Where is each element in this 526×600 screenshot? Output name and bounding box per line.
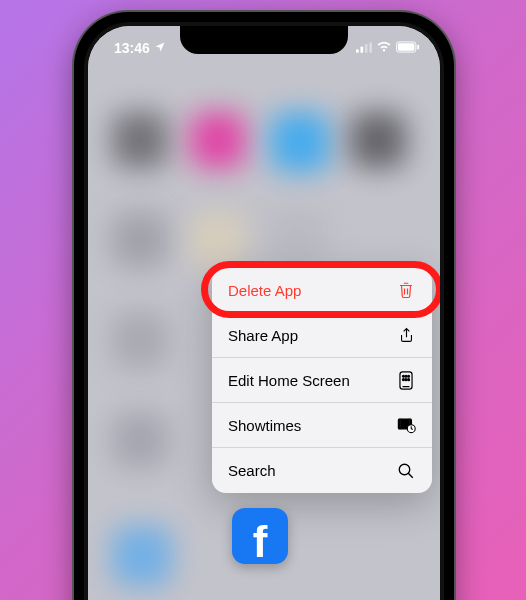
svg-rect-0 bbox=[356, 49, 359, 53]
menu-item-label: Share App bbox=[228, 327, 298, 344]
svg-rect-2 bbox=[365, 44, 368, 53]
svg-rect-16 bbox=[399, 418, 401, 429]
svg-line-20 bbox=[408, 473, 413, 478]
svg-point-8 bbox=[402, 375, 404, 377]
context-menu: Delete App Share App Edit Home Screen bbox=[212, 268, 432, 493]
trash-icon bbox=[396, 280, 416, 300]
svg-point-19 bbox=[399, 464, 410, 475]
svg-point-9 bbox=[405, 375, 407, 377]
status-left: 13:46 bbox=[114, 40, 166, 56]
signal-icon bbox=[356, 40, 372, 56]
search-icon bbox=[396, 461, 416, 481]
blurred-app-icon bbox=[112, 312, 168, 368]
notch bbox=[180, 26, 348, 54]
blurred-app-icon bbox=[350, 112, 406, 168]
blurred-app-icon bbox=[270, 112, 330, 172]
menu-item-label: Delete App bbox=[228, 282, 301, 299]
showtimes-icon bbox=[396, 415, 416, 435]
phone-inner-frame: 13:46 bbox=[84, 22, 444, 600]
share-icon bbox=[396, 325, 416, 345]
edit-home-icon bbox=[396, 370, 416, 390]
menu-item-label: Showtimes bbox=[228, 417, 301, 434]
svg-point-11 bbox=[402, 378, 404, 380]
blurred-app-icon bbox=[112, 112, 168, 168]
status-right bbox=[356, 40, 420, 56]
battery-icon bbox=[396, 40, 420, 56]
status-time: 13:46 bbox=[114, 40, 150, 56]
svg-point-13 bbox=[408, 378, 410, 380]
blurred-app-icon bbox=[112, 212, 168, 268]
menu-item-showtimes[interactable]: Showtimes bbox=[212, 403, 432, 448]
svg-point-12 bbox=[405, 378, 407, 380]
menu-item-label: Edit Home Screen bbox=[228, 372, 350, 389]
phone-frame: 13:46 bbox=[74, 12, 454, 600]
wifi-icon bbox=[376, 40, 392, 56]
svg-point-10 bbox=[408, 375, 410, 377]
menu-item-search[interactable]: Search bbox=[212, 448, 432, 493]
blurred-app-icon bbox=[112, 412, 168, 468]
menu-item-edit-home-screen[interactable]: Edit Home Screen bbox=[212, 358, 432, 403]
blurred-app-icon bbox=[270, 212, 326, 268]
location-arrow-icon bbox=[154, 40, 166, 56]
phone-screen: 13:46 bbox=[88, 26, 440, 600]
menu-item-share-app[interactable]: Share App bbox=[212, 313, 432, 358]
blurred-app-icon bbox=[112, 526, 172, 586]
svg-rect-3 bbox=[369, 42, 372, 53]
menu-item-delete-app[interactable]: Delete App bbox=[212, 268, 432, 313]
blurred-app-icon bbox=[190, 212, 246, 268]
svg-rect-1 bbox=[360, 47, 363, 53]
facebook-logo-icon: f bbox=[253, 520, 268, 564]
svg-rect-6 bbox=[417, 45, 419, 50]
menu-item-label: Search bbox=[228, 462, 276, 479]
facebook-app-icon[interactable]: f bbox=[232, 508, 288, 564]
svg-rect-5 bbox=[398, 43, 415, 50]
blurred-app-icon bbox=[190, 112, 246, 168]
